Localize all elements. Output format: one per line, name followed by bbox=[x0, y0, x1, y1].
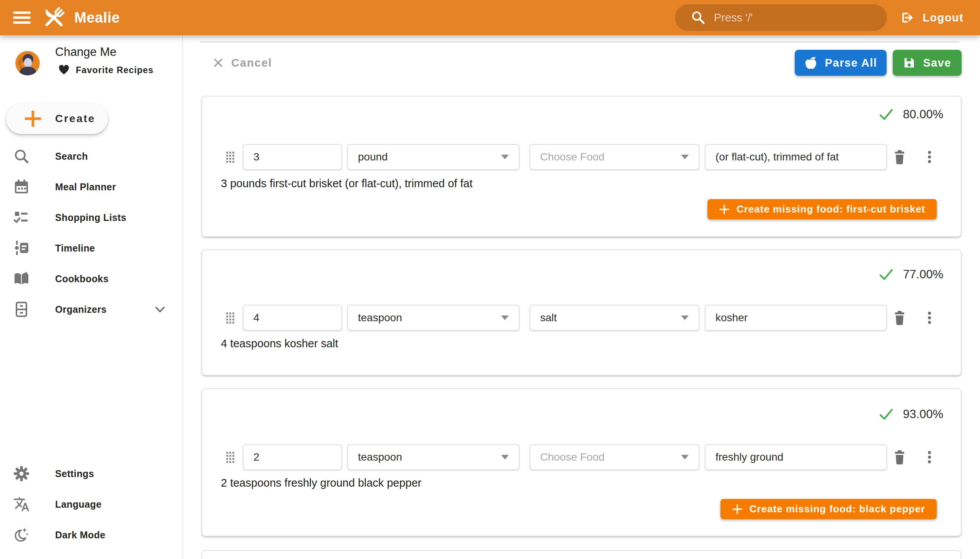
favorite-recipes-link[interactable]: Favorite Recipes bbox=[58, 64, 154, 76]
food-select[interactable]: Choose Food bbox=[529, 444, 699, 470]
unit-select[interactable]: teaspoon bbox=[347, 444, 519, 470]
save-button[interactable]: Save bbox=[893, 50, 962, 76]
drag-handle-icon[interactable] bbox=[226, 152, 234, 163]
kebab-menu-icon bbox=[920, 309, 939, 327]
check-icon bbox=[879, 407, 894, 422]
search-icon bbox=[691, 10, 706, 25]
delete-button[interactable] bbox=[891, 309, 909, 327]
ingredient-card-partial bbox=[202, 550, 962, 559]
sidebar-bottom-nav: Settings Language Dark Mode bbox=[0, 458, 182, 550]
kebab-menu-icon bbox=[920, 448, 939, 466]
heart-icon bbox=[58, 64, 70, 76]
sidebar-item-organizers[interactable]: Organizers bbox=[0, 294, 182, 325]
quantity-input[interactable]: 2 bbox=[243, 444, 342, 470]
sidebar-item-language[interactable]: Language bbox=[0, 489, 182, 519]
app-bar: Mealie Press '/' Logout bbox=[0, 0, 980, 35]
dropdown-arrow-icon bbox=[501, 155, 509, 159]
plus-icon bbox=[732, 504, 743, 514]
sidebar-item-timeline[interactable]: Timeline bbox=[0, 233, 182, 263]
user-name: Change Me bbox=[55, 45, 116, 59]
search-input[interactable]: Press '/' bbox=[675, 4, 887, 31]
parse-all-button[interactable]: Parse All bbox=[795, 50, 887, 76]
confidence-indicator: 80.00% bbox=[879, 107, 943, 122]
note-input[interactable]: freshly ground bbox=[705, 444, 887, 470]
delete-button[interactable] bbox=[891, 148, 909, 166]
trash-icon bbox=[891, 148, 909, 166]
ingredient-card: 77.00% 4 teaspoon salt kosher 4 teaspoon… bbox=[202, 249, 962, 375]
dropdown-arrow-icon bbox=[681, 316, 689, 320]
sidebar-item-dark-mode[interactable]: Dark Mode bbox=[0, 519, 182, 550]
trash-icon bbox=[891, 448, 909, 466]
confidence-indicator: 93.00% bbox=[879, 407, 943, 422]
more-options-button[interactable] bbox=[920, 309, 939, 327]
logout-icon bbox=[901, 11, 914, 25]
gear-icon bbox=[13, 465, 30, 482]
translate-icon bbox=[13, 496, 30, 513]
scrolled-card-edge bbox=[200, 41, 959, 43]
save-icon bbox=[903, 57, 915, 69]
chevron-down-icon bbox=[152, 302, 168, 317]
book-open-icon bbox=[13, 270, 30, 287]
trash-icon bbox=[891, 309, 909, 327]
avatar[interactable] bbox=[15, 51, 40, 75]
search-placeholder: Press '/' bbox=[714, 12, 753, 24]
original-ingredient-text: 3 pounds first-cut brisket (or flat-cut)… bbox=[221, 177, 473, 190]
more-options-button[interactable] bbox=[920, 148, 939, 166]
sidebar-item-settings[interactable]: Settings bbox=[0, 458, 182, 489]
dropdown-arrow-icon bbox=[501, 316, 509, 320]
plus-icon bbox=[719, 204, 730, 215]
ingredient-card: 93.00% 2 teaspoon Choose Food freshly gr… bbox=[202, 388, 962, 536]
create-missing-food-button[interactable]: Create missing food: first-cut brisket bbox=[707, 199, 937, 219]
unit-select[interactable]: teaspoon bbox=[347, 305, 519, 331]
create-missing-food-button[interactable]: Create missing food: black pepper bbox=[721, 499, 937, 519]
food-select[interactable]: Choose Food bbox=[529, 144, 699, 170]
menu-icon[interactable] bbox=[13, 9, 31, 26]
sidebar: Change Me Favorite Recipes Create Search bbox=[0, 35, 183, 559]
timeline-icon bbox=[13, 240, 30, 256]
original-ingredient-text: 4 teaspoons kosher salt bbox=[221, 337, 338, 350]
ingredient-card: 80.00% 3 pound Choose Food (or flat-cut)… bbox=[202, 96, 962, 237]
sidebar-nav: Search Meal Planner bbox=[0, 141, 182, 325]
close-icon bbox=[212, 57, 224, 69]
cancel-button[interactable]: Cancel bbox=[212, 57, 272, 69]
plus-icon bbox=[23, 109, 43, 129]
app-title: Mealie bbox=[74, 10, 120, 26]
sidebar-item-meal-planner[interactable]: Meal Planner bbox=[0, 172, 182, 202]
parser-toolbar: Cancel Parse All Save bbox=[202, 50, 962, 76]
magnify-icon bbox=[13, 148, 30, 165]
dropdown-arrow-icon bbox=[681, 455, 689, 460]
food-select[interactable]: salt bbox=[529, 305, 699, 331]
check-icon bbox=[879, 267, 894, 282]
mealie-logo-icon bbox=[41, 5, 67, 30]
calendar-icon bbox=[13, 179, 30, 195]
kebab-menu-icon bbox=[920, 148, 939, 166]
file-cabinet-icon bbox=[13, 301, 30, 318]
quantity-input[interactable]: 4 bbox=[243, 305, 342, 331]
list-checks-icon bbox=[13, 209, 30, 226]
more-options-button[interactable] bbox=[920, 448, 939, 466]
confidence-indicator: 77.00% bbox=[879, 267, 943, 282]
sidebar-item-search[interactable]: Search bbox=[0, 141, 182, 172]
sidebar-item-shopping-lists[interactable]: Shopping Lists bbox=[0, 202, 182, 233]
dropdown-arrow-icon bbox=[681, 155, 689, 159]
apple-icon bbox=[804, 56, 817, 69]
create-button[interactable]: Create bbox=[6, 103, 108, 134]
delete-button[interactable] bbox=[891, 448, 909, 466]
note-input[interactable]: (or flat-cut), trimmed of fat bbox=[705, 144, 887, 170]
main-content: Cancel Parse All Save bbox=[183, 35, 980, 559]
drag-handle-icon[interactable] bbox=[226, 313, 234, 324]
note-input[interactable]: kosher bbox=[705, 305, 887, 331]
sidebar-item-cookbooks[interactable]: Cookbooks bbox=[0, 263, 182, 294]
original-ingredient-text: 2 teaspoons freshly ground black pepper bbox=[221, 477, 421, 489]
logout-button[interactable]: Logout bbox=[896, 0, 968, 35]
dropdown-arrow-icon bbox=[501, 455, 509, 460]
drag-handle-icon[interactable] bbox=[226, 452, 234, 463]
unit-select[interactable]: pound bbox=[347, 144, 519, 170]
check-icon bbox=[879, 107, 894, 122]
quantity-input[interactable]: 3 bbox=[243, 144, 342, 170]
moon-stars-icon bbox=[13, 526, 30, 543]
